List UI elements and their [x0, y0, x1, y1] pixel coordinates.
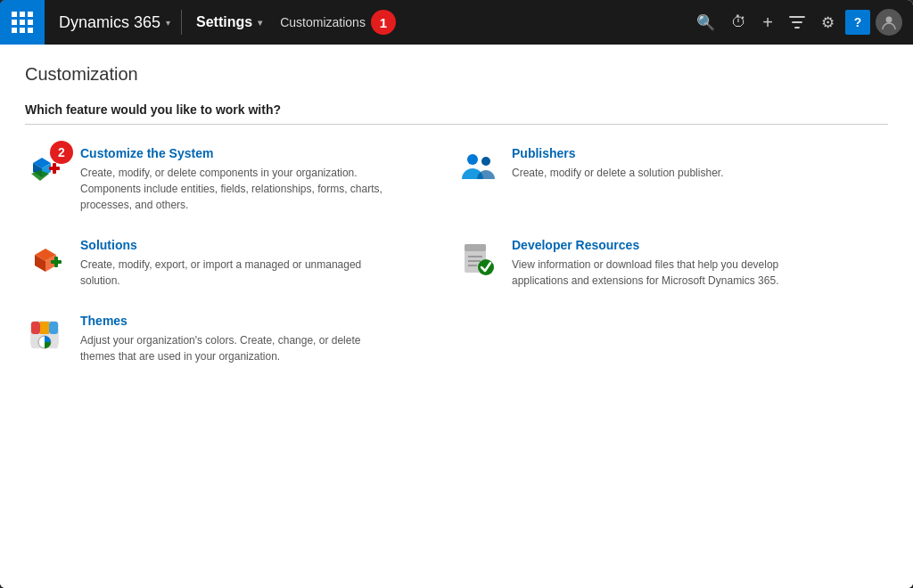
- themes-title[interactable]: Themes: [80, 314, 383, 328]
- customize-system-text: Customize the System Create, modify, or …: [80, 146, 383, 213]
- svg-rect-23: [49, 322, 58, 334]
- publishers-icon: [456, 146, 499, 189]
- avatar-button[interactable]: [876, 9, 902, 36]
- feature-item-solutions[interactable]: Solutions Create, modify, export, or imp…: [25, 238, 456, 314]
- devresources-icon: [456, 238, 499, 281]
- svg-rect-15: [465, 244, 486, 251]
- settings-button[interactable]: Settings ▾: [185, 14, 273, 30]
- solutions-desc: Create, modify, export, or import a mana…: [80, 257, 383, 289]
- add-button[interactable]: +: [757, 9, 778, 37]
- search-button[interactable]: 🔍: [691, 10, 720, 36]
- step-2-badge: 2: [50, 141, 73, 164]
- apps-grid-icon: [12, 12, 33, 33]
- app-window: Dynamics 365 ▾ Settings ▾ Customizations…: [0, 0, 913, 588]
- filter-button[interactable]: [784, 11, 810, 34]
- page-title: Customization: [25, 64, 888, 85]
- svg-point-0: [886, 17, 892, 23]
- breadcrumb-area: Customizations 1: [273, 10, 403, 35]
- publishers-title[interactable]: Publishers: [512, 146, 723, 160]
- solutions-title[interactable]: Solutions: [80, 238, 383, 252]
- publishers-desc: Create, modify or delete a solution publ…: [512, 165, 723, 181]
- apps-button[interactable]: [0, 0, 45, 45]
- devresources-text: Developer Resources View information or …: [512, 238, 815, 289]
- features-grid: 2 Customize the System: [25, 146, 888, 389]
- app-name-chevron: ▾: [166, 18, 170, 28]
- feature-item-devresources[interactable]: Developer Resources View information or …: [456, 238, 888, 314]
- settings-chevron: ▾: [258, 18, 262, 28]
- feature-item-publishers[interactable]: Publishers Create, modify or delete a so…: [456, 146, 888, 238]
- customize-system-icon: 2: [25, 146, 68, 189]
- page-content: Customization Which feature would you li…: [0, 45, 913, 588]
- themes-icon: [25, 314, 68, 356]
- nav-left: Dynamics 365 ▾ Settings ▾ Customizations…: [0, 0, 691, 45]
- solutions-icon: [25, 238, 68, 281]
- svg-rect-5: [53, 163, 56, 174]
- top-nav: Dynamics 365 ▾ Settings ▾ Customizations…: [0, 0, 913, 45]
- svg-rect-22: [40, 322, 49, 334]
- app-name-button[interactable]: Dynamics 365 ▾: [45, 13, 177, 32]
- devresources-desc: View information or download files that …: [512, 257, 815, 289]
- app-name-label: Dynamics 365: [59, 13, 160, 32]
- svg-point-7: [467, 154, 478, 165]
- themes-desc: Adjust your organization's colors. Creat…: [80, 332, 383, 364]
- svg-point-8: [481, 157, 490, 166]
- devresources-title[interactable]: Developer Resources: [512, 238, 815, 252]
- settings-label: Settings: [196, 14, 252, 30]
- customize-system-title[interactable]: Customize the System: [80, 146, 383, 160]
- nav-divider-1: [181, 10, 182, 35]
- customize-system-desc: Create, modify, or delete components in …: [80, 165, 383, 213]
- publishers-text: Publishers Create, modify or delete a so…: [512, 146, 723, 181]
- themes-text: Themes Adjust your organization's colors…: [80, 314, 383, 364]
- svg-rect-21: [31, 322, 40, 334]
- gear-button[interactable]: ⚙: [816, 10, 840, 36]
- solutions-text: Solutions Create, modify, export, or imp…: [80, 238, 383, 289]
- step-1-badge: 1: [371, 10, 396, 35]
- feature-item-customize-system[interactable]: 2 Customize the System: [25, 146, 456, 238]
- breadcrumb-text: Customizations: [280, 15, 366, 29]
- section-header: Which feature would you like to work wit…: [25, 102, 888, 125]
- feature-item-themes[interactable]: Themes Adjust your organization's colors…: [25, 314, 456, 389]
- svg-point-19: [478, 259, 494, 275]
- svg-rect-13: [54, 257, 58, 267]
- history-button[interactable]: ⏱: [726, 10, 752, 35]
- nav-right: 🔍 ⏱ + ⚙ ?: [691, 9, 913, 37]
- help-button[interactable]: ?: [845, 10, 870, 35]
